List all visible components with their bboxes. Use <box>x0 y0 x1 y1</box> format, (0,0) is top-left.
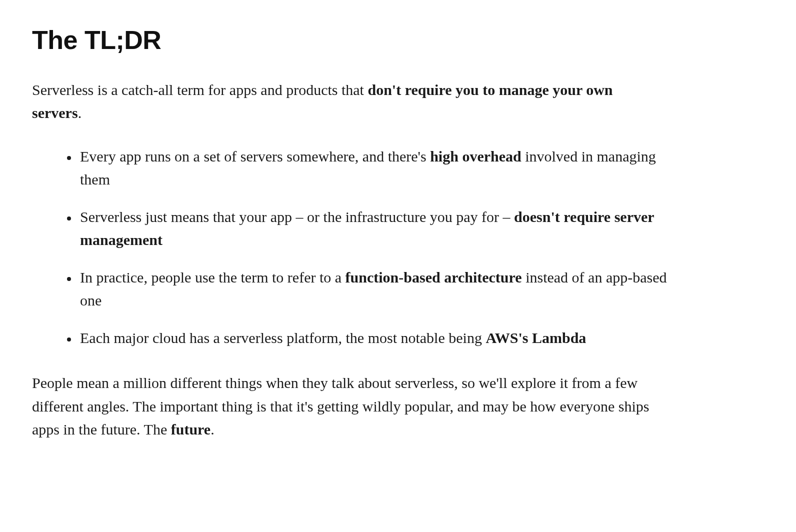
list-item-bold: high overhead <box>430 148 522 164</box>
outro-text-pre: People mean a million different things w… <box>32 374 650 438</box>
list-item: In practice, people use the term to refe… <box>78 266 667 312</box>
list-item-bold: AWS's Lambda <box>486 330 586 346</box>
intro-text-pre: Serverless is a catch-all term for apps … <box>32 82 368 98</box>
section-heading: The TL;DR <box>32 20 764 60</box>
list-item-bold: function-based architecture <box>346 269 522 286</box>
list-item-pre: Serverless just means that your app – or… <box>80 208 514 225</box>
outro-text-post: . <box>210 421 214 438</box>
list-item: Every app runs on a set of servers somew… <box>78 145 667 192</box>
list-item: Serverless just means that your app – or… <box>78 206 667 252</box>
bullet-list: Every app runs on a set of servers somew… <box>32 145 667 350</box>
outro-paragraph: People mean a million different things w… <box>32 372 662 442</box>
list-item: Each major cloud has a serverless platfo… <box>78 326 667 350</box>
list-item-pre: In practice, people use the term to refe… <box>80 269 346 286</box>
outro-text-bold: future <box>171 421 210 438</box>
intro-text-post: . <box>78 104 82 121</box>
intro-paragraph: Serverless is a catch-all term for apps … <box>32 78 632 125</box>
list-item-pre: Each major cloud has a serverless platfo… <box>80 330 486 346</box>
list-item-pre: Every app runs on a set of servers somew… <box>80 148 430 164</box>
